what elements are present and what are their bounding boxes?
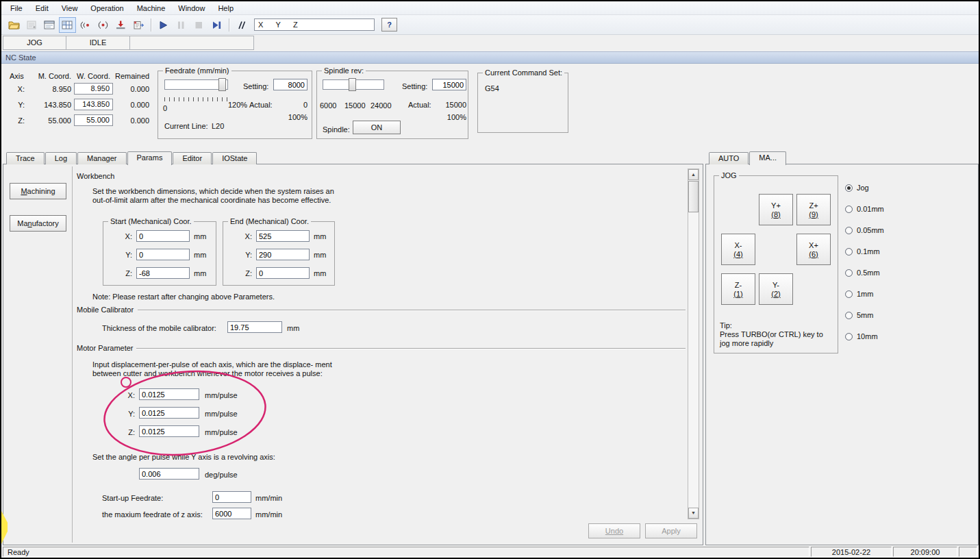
jog-z-minus-button[interactable]: Z- (1) [721, 273, 755, 305]
tab-params[interactable]: Params [127, 151, 173, 165]
start-z-unit: mm [194, 269, 206, 277]
mode-tab-jog[interactable]: JOG [3, 36, 66, 50]
params-scrollbar[interactable]: ▲ ▼ [688, 169, 699, 519]
spindle-on-button[interactable]: ON [353, 121, 401, 134]
feedrate-setting-input[interactable] [273, 79, 307, 90]
start-button[interactable] [155, 17, 172, 33]
pause-icon [175, 20, 187, 30]
jog-x-minus-button[interactable]: X- (4) [721, 234, 755, 265]
menu-help[interactable]: Help [212, 3, 240, 14]
statusbar-time-cell: 20:09:00 [893, 547, 957, 557]
view-switch-button[interactable] [59, 17, 76, 33]
step-option-005mm[interactable]: 0.05mm [845, 226, 884, 234]
max-z-feedrate-input[interactable] [212, 508, 251, 519]
trace-continuous-button[interactable] [95, 17, 112, 33]
start-y-input[interactable] [136, 249, 190, 260]
step-option-01mm[interactable]: 0.1mm [845, 247, 880, 256]
machining-category-button[interactable]: Machining [10, 183, 66, 199]
end-x-unit: mm [314, 232, 326, 240]
spindle-setting-input[interactable] [432, 79, 466, 90]
app-window: File Edit View Operation Machine Window … [0, 0, 980, 559]
feedrate-group-title: Feedrate (mm/min) [163, 66, 231, 75]
spindle-slider-thumb[interactable] [349, 78, 356, 91]
apply-button[interactable]: Apply [645, 523, 697, 538]
scrollbar-up-arrow[interactable]: ▲ [688, 169, 699, 180]
calibrator-thickness-input[interactable] [227, 321, 282, 333]
menu-operation[interactable]: Operation [84, 3, 130, 14]
angle-per-pulse-input[interactable] [139, 468, 199, 480]
jog-y-minus-button[interactable]: Y- (2) [759, 273, 793, 305]
angle-per-pulse-label: Set the angle per pulse while Y axis is … [92, 453, 275, 461]
undo-button[interactable]: Undo [588, 523, 640, 538]
end-y-input[interactable] [256, 249, 310, 260]
pause-button[interactable] [173, 17, 190, 33]
jog-z-plus-button[interactable]: Z+ (9) [796, 194, 831, 225]
end-z-input[interactable] [256, 267, 310, 279]
tool-measure-button[interactable] [112, 17, 129, 33]
radio-icon [845, 312, 853, 319]
spindle-actual-value: 15000 [432, 101, 466, 109]
label-part: Ma [17, 219, 27, 227]
help-button[interactable]: ? [381, 18, 397, 32]
menu-edit[interactable]: Edit [29, 3, 55, 14]
feedrate-slider-thumb[interactable] [218, 78, 226, 91]
motor-y-input[interactable] [139, 407, 199, 419]
xyz-coordinate-field[interactable]: X Y Z [254, 18, 375, 31]
mcoord-value: 55.000 [32, 116, 71, 125]
step-option-05mm[interactable]: 0.5mm [845, 269, 880, 277]
nc-state-titlebar: NC State [1, 51, 979, 64]
tab-trace[interactable]: Trace [6, 152, 45, 164]
step-option-001mm[interactable]: 0.01mm [845, 205, 884, 213]
jog-y-plus-button[interactable]: Y+ (8) [759, 194, 793, 225]
motor-x-input[interactable] [139, 388, 199, 400]
mode-tab-row: JOG IDLE [3, 36, 254, 50]
menu-machine[interactable]: Machine [131, 3, 173, 14]
main-tabstrip: Trace Log Manager Params Editor IOState [3, 149, 703, 164]
step-option-jog[interactable]: Jog [845, 184, 869, 192]
handwheel-guide-button[interactable] [233, 17, 250, 33]
simulate-button[interactable] [23, 17, 40, 33]
radio-icon [845, 333, 853, 340]
spindle-scale-high: 24000 [370, 101, 392, 110]
step-option-10mm[interactable]: 10mm [845, 332, 878, 340]
mcoord-value: 143.850 [32, 101, 71, 109]
mode-tab-idle[interactable]: IDLE [66, 36, 130, 50]
display-window-button[interactable] [41, 17, 58, 33]
stop-icon [193, 20, 205, 30]
category-separator-line [72, 166, 73, 543]
step-option-5mm[interactable]: 5mm [845, 311, 873, 319]
scrollbar-thumb[interactable] [688, 181, 699, 212]
menu-view[interactable]: View [55, 3, 85, 14]
tab-auto[interactable]: AUTO [709, 152, 749, 164]
startup-feedrate-input[interactable] [212, 491, 251, 503]
advanced-start-button[interactable] [208, 17, 225, 33]
tab-manager[interactable]: Manager [77, 152, 126, 164]
export-button[interactable] [130, 17, 147, 33]
open-file-button[interactable] [5, 17, 23, 33]
trace-continuous-icon [97, 20, 109, 30]
menu-file[interactable]: File [4, 3, 29, 14]
start-x-input[interactable] [136, 230, 190, 242]
feedrate-ruler [164, 97, 228, 101]
tab-editor[interactable]: Editor [173, 152, 212, 164]
scrollbar-down-arrow[interactable]: ▼ [688, 508, 699, 519]
motor-z-input[interactable] [139, 425, 199, 437]
end-x-input[interactable] [256, 230, 310, 242]
start-coord-group-title: Start (Mechanical) Coor. [108, 217, 194, 225]
end-coord-group: End (Mechanical) Coor. X: mm Y: mm Z: mm [223, 221, 335, 286]
stop-button[interactable] [190, 17, 208, 33]
manufactory-category-button[interactable]: Manufactory [10, 215, 66, 232]
start-z-input[interactable] [136, 267, 190, 279]
toolbar-separator [229, 18, 229, 32]
ready-text: Ready [8, 548, 29, 556]
tab-manual[interactable]: MA... [749, 151, 786, 165]
menu-window[interactable]: Window [172, 3, 212, 14]
feedrate-scale-min: 0 [163, 104, 167, 112]
jog-x-plus-button[interactable]: X+ (6) [796, 234, 831, 265]
tab-log[interactable]: Log [45, 152, 77, 164]
step-option-1mm[interactable]: 1mm [845, 290, 873, 298]
remained-value: 0.000 [115, 101, 149, 109]
tab-iostate[interactable]: IOState [212, 152, 257, 164]
trace-point-button[interactable] [77, 17, 94, 33]
menubar: File Edit View Operation Machine Window … [1, 1, 979, 15]
